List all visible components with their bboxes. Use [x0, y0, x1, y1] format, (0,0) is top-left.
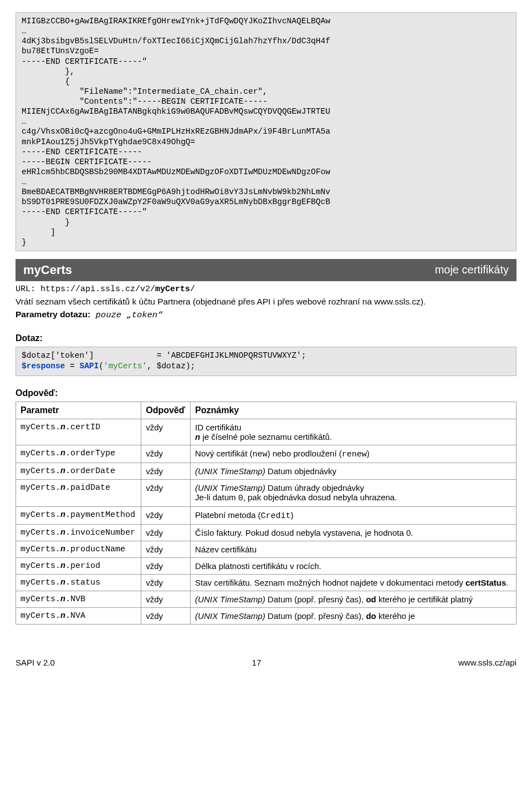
- query-line1-left: $dotaz['token']: [22, 351, 94, 360]
- param-cell: myCerts.n.certID: [16, 419, 141, 445]
- params-value-prefix: pouze „: [90, 310, 131, 320]
- note-cell: (UNIX TimeStamp) Datum úhrady objednávky…: [191, 479, 516, 506]
- response-table: Parametr Odpověď Poznámky myCerts.n.cert…: [16, 402, 516, 624]
- table-row: myCerts.n.paymentMethod vždy Platební me…: [16, 506, 516, 524]
- section-title-right: moje certifikáty: [435, 263, 509, 276]
- footer-right: www.ssls.cz/api: [458, 658, 516, 667]
- table-row: myCerts.n.invoiceNumber vždy Číslo faktu…: [16, 524, 516, 541]
- table-row: myCerts.n.paidDate vždy (UNIX TimeStamp)…: [16, 479, 516, 506]
- param-cell: myCerts.n.invoiceNumber: [16, 524, 141, 541]
- odpoved-cell: vždy: [141, 524, 191, 541]
- url-prefix: URL: https://api.ssls.cz/v2/: [16, 285, 155, 294]
- th-odpoved: Odpověď: [141, 402, 191, 419]
- param-cell: myCerts.n.orderDate: [16, 463, 141, 479]
- param-cell: myCerts.n.status: [16, 574, 141, 591]
- param-cell: myCerts.n.paymentMethod: [16, 506, 141, 524]
- odpoved-cell: vždy: [141, 557, 191, 574]
- table-row: myCerts.n.certID vždy ID certifikátu n j…: [16, 419, 516, 445]
- query-code-block: $dotaz['token'] = 'ABCDEFGHIJKLMNOPQRSTU…: [16, 347, 516, 376]
- query-arg: 'myCerts': [104, 362, 147, 370]
- odpoved-cell: vždy: [141, 574, 191, 591]
- param-cell: myCerts.n.orderType: [16, 445, 141, 463]
- note-cell: (UNIX TimeStamp) Datum (popř. přesný čas…: [191, 591, 516, 607]
- table-row: myCerts.n.productName vždy Název certifi…: [16, 541, 516, 557]
- note-cell: Stav certifikátu. Seznam možných hodnot …: [191, 574, 516, 591]
- query-line1-mid: = 'ABCDEFGHIJKLMNOPQRSTUVWXYZ';: [94, 351, 306, 360]
- note-cell: Platební metoda (Credit): [191, 506, 516, 524]
- odpoved-cell: vždy: [141, 607, 191, 624]
- table-row: myCerts.n.orderDate vždy (UNIX TimeStamp…: [16, 463, 516, 479]
- odpoved-cell: vždy: [141, 541, 191, 557]
- note-cell: Název certifikátu: [191, 541, 516, 557]
- query-params-line: Parametry dotazu: pouze „token“: [16, 309, 516, 321]
- table-row: myCerts.n.orderType vždy Nový certifikát…: [16, 445, 516, 463]
- table-row: myCerts.n.period vždy Délka platnosti ce…: [16, 557, 516, 574]
- table-row: myCerts.n.NVA vždy (UNIX TimeStamp) Datu…: [16, 607, 516, 624]
- odpoved-cell: vždy: [141, 591, 191, 607]
- page-footer: SAPI v 2.0 17 www.ssls.cz/api: [16, 658, 516, 667]
- odpoved-cell: vždy: [141, 419, 191, 445]
- table-row: myCerts.n.NVB vždy (UNIX TimeStamp) Datu…: [16, 591, 516, 607]
- param-cell: myCerts.n.paidDate: [16, 479, 141, 506]
- odpoved-cell: vždy: [141, 445, 191, 463]
- query-sapi: SAPI: [79, 362, 99, 370]
- odpoved-cell: vždy: [141, 463, 191, 479]
- url-endpoint: myCerts: [155, 285, 190, 294]
- param-cell: myCerts.n.productName: [16, 541, 141, 557]
- odpoved-cell: vždy: [141, 506, 191, 524]
- params-value-suffix: “: [157, 310, 162, 320]
- query-paren-open: (: [99, 362, 104, 370]
- note-cell: ID certifikátu n je číselné pole seznamu…: [191, 419, 516, 445]
- note-cell: Nový certifikát (new) nebo prodloužení (…: [191, 445, 516, 463]
- footer-left: SAPI v 2.0: [16, 658, 55, 667]
- param-cell: myCerts.n.NVA: [16, 607, 141, 624]
- param-cell: myCerts.n.period: [16, 557, 141, 574]
- odpoved-cell: vždy: [141, 479, 191, 506]
- note-cell: Číslo faktury. Pokud dosud nebyla vystav…: [191, 524, 516, 541]
- params-label: Parametry dotazu:: [16, 309, 90, 319]
- api-url: URL: https://api.ssls.cz/v2/myCerts/: [16, 285, 516, 294]
- query-rest: , $dotaz);: [147, 362, 195, 370]
- param-cell: myCerts.n.NVB: [16, 591, 141, 607]
- note-cell: Délka platnosti certifikátu v rocích.: [191, 557, 516, 574]
- table-header-row: Parametr Odpověď Poznámky: [16, 402, 516, 419]
- th-poznamky: Poznámky: [191, 402, 516, 419]
- query-eq: =: [65, 362, 79, 370]
- table-row: myCerts.n.status vždy Stav certifikátu. …: [16, 574, 516, 591]
- certificate-code-block: MIIGBzCCBO+gAwIBAgIRAKIKREfgOHrewIYnk+jT…: [16, 12, 516, 251]
- query-response-var: $response: [22, 362, 65, 370]
- params-value-code: token: [132, 310, 158, 320]
- footer-page-number: 17: [252, 658, 262, 667]
- section-header: myCerts moje certifikáty: [16, 259, 516, 281]
- url-suffix: /: [190, 285, 195, 294]
- endpoint-description: Vrátí seznam všech certifikátů k účtu Pa…: [16, 296, 516, 308]
- heading-response: Odpověď:: [16, 388, 516, 398]
- th-parametr: Parametr: [16, 402, 141, 419]
- section-title-left: myCerts: [23, 263, 72, 277]
- note-cell: (UNIX TimeStamp) Datum (popř. přesný čas…: [191, 607, 516, 624]
- heading-query: Dotaz:: [16, 333, 516, 343]
- note-cell: (UNIX TimeStamp) Datum objednávky: [191, 463, 516, 479]
